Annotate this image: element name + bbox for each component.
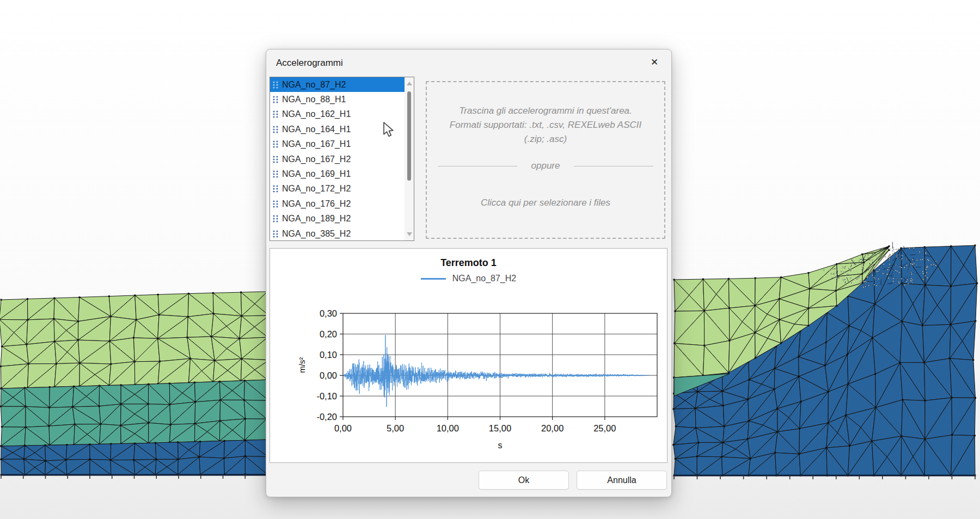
dialog-titlebar: Accelerogrammi ✕ xyxy=(266,50,671,77)
dropzone-click-hint: Clicca qui per selezionare i files xyxy=(427,197,664,208)
svg-text:20,00: 20,00 xyxy=(541,423,564,433)
accelerogram-list: NGA_no_87_H2NGA_no_88_H1NGA_no_162_H1NGA… xyxy=(270,77,414,241)
list-item[interactable]: NGA_no_167_H2 xyxy=(270,152,414,166)
drag-handle-icon[interactable] xyxy=(272,230,279,238)
svg-text:m/s²: m/s² xyxy=(297,357,307,373)
scroll-up-icon[interactable] xyxy=(407,82,412,85)
list-item-label: NGA_no_167_H1 xyxy=(282,139,351,149)
list-item-label: NGA_no_176_H2 xyxy=(282,199,351,209)
drag-handle-icon[interactable] xyxy=(272,81,279,89)
scroll-down-icon[interactable] xyxy=(407,232,412,236)
accelerogram-chart-panel: Terremoto 1 NGA_no_87_H2 0,300,200,100,0… xyxy=(270,248,667,463)
svg-text:0,10: 0,10 xyxy=(320,350,337,360)
svg-text:15,00: 15,00 xyxy=(489,423,511,433)
list-rows: NGA_no_87_H2NGA_no_88_H1NGA_no_162_H1NGA… xyxy=(270,77,414,241)
dropzone-divider: oppure xyxy=(438,160,653,171)
chart-legend: NGA_no_87_H2 xyxy=(270,274,667,283)
dropzone-line1: Trascina gli accelerogrammi in quest'are… xyxy=(427,104,664,118)
svg-text:25,00: 25,00 xyxy=(593,423,616,433)
list-item-label: NGA_no_88_H1 xyxy=(282,95,346,104)
drag-handle-icon[interactable] xyxy=(272,184,279,193)
drag-handle-icon[interactable] xyxy=(272,140,279,149)
list-item[interactable]: NGA_no_88_H1 xyxy=(270,92,414,107)
dropzone-instructions: Trascina gli accelerogrammi in quest'are… xyxy=(427,104,664,146)
svg-text:-0,10: -0,10 xyxy=(316,391,337,401)
list-item-label: NGA_no_189_H2 xyxy=(282,214,351,224)
svg-text:10,00: 10,00 xyxy=(437,423,459,433)
mouse-cursor-icon xyxy=(383,122,399,140)
list-item-label: NGA_no_87_H2 xyxy=(282,80,346,90)
drag-handle-icon[interactable] xyxy=(272,200,279,208)
list-item-label: NGA_no_162_H1 xyxy=(282,109,351,119)
list-item-label: NGA_no_385_H2 xyxy=(282,229,351,239)
drag-handle-icon[interactable] xyxy=(272,110,279,119)
list-item[interactable]: NGA_no_385_H2 xyxy=(270,226,414,241)
drag-handle-icon[interactable] xyxy=(272,214,279,223)
list-item-label: NGA_no_172_H2 xyxy=(282,184,351,194)
svg-text:s: s xyxy=(498,441,503,450)
list-item-label: NGA_no_169_H1 xyxy=(282,169,351,179)
list-item[interactable]: NGA_no_87_H2 xyxy=(270,77,414,92)
drag-handle-icon[interactable] xyxy=(272,155,279,164)
svg-text:-0,20: -0,20 xyxy=(316,412,337,422)
file-dropzone[interactable]: Trascina gli accelerogrammi in quest'are… xyxy=(426,81,665,239)
scrollbar-thumb[interactable] xyxy=(407,91,411,181)
svg-text:0,00: 0,00 xyxy=(334,423,352,433)
chart-title: Terremoto 1 xyxy=(270,257,667,269)
drag-handle-icon[interactable] xyxy=(272,125,279,134)
dropzone-divider-label: oppure xyxy=(531,160,560,171)
list-item[interactable]: NGA_no_169_H1 xyxy=(270,166,414,181)
close-icon[interactable]: ✕ xyxy=(646,54,663,71)
svg-text:5,00: 5,00 xyxy=(387,423,404,433)
dropzone-line2: Formati supportati: .txt, .csv, REXELweb… xyxy=(427,118,664,132)
drag-handle-icon[interactable] xyxy=(272,170,279,178)
list-item[interactable]: NGA_no_176_H2 xyxy=(270,196,414,211)
list-item[interactable]: NGA_no_162_H1 xyxy=(270,107,414,122)
list-item[interactable]: NGA_no_172_H2 xyxy=(270,182,414,196)
accelerograms-dialog: Accelerogrammi ✕ NGA_no_87_H2NGA_no_88_H… xyxy=(266,49,672,497)
dropzone-line3: (.zip; .asc) xyxy=(427,132,664,146)
legend-label: NGA_no_87_H2 xyxy=(452,274,516,283)
list-item-label: NGA_no_164_H1 xyxy=(282,125,351,134)
accelerogram-plot: 0,300,200,100,00-0,10-0,200,005,0010,001… xyxy=(270,283,667,456)
svg-text:0,00: 0,00 xyxy=(320,370,337,380)
svg-text:0,20: 0,20 xyxy=(320,329,337,339)
drag-handle-icon[interactable] xyxy=(272,95,279,104)
cancel-button[interactable]: Annulla xyxy=(577,471,667,490)
dialog-title: Accelerogrammi xyxy=(276,58,343,69)
ok-button[interactable]: Ok xyxy=(479,471,569,490)
list-item-label: NGA_no_167_H2 xyxy=(282,155,351,164)
list-item[interactable]: NGA_no_189_H2 xyxy=(270,212,414,226)
list-scrollbar[interactable] xyxy=(405,77,414,240)
legend-line-swatch xyxy=(421,278,446,280)
svg-text:0,30: 0,30 xyxy=(320,308,337,318)
